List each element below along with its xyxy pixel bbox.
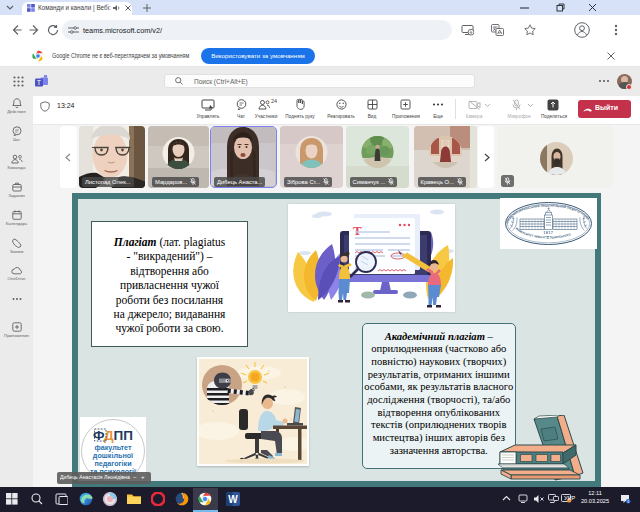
svg-text:ПІВДЕННОУКРАЇНСЬКИЙ НАЦІОНАЛЬН: ПІВДЕННОУКРАЇНСЬКИЙ НАЦІОНАЛЬНИЙ ПЕДАГОГ… bbox=[505, 203, 590, 224]
svg-text:T: T bbox=[353, 223, 362, 238]
svg-text:ОДЕСА: ОДЕСА bbox=[545, 235, 553, 237]
svg-text:T: T bbox=[37, 79, 42, 86]
svg-text:W: W bbox=[228, 494, 238, 505]
svg-text:ФДПП: ФДПП bbox=[93, 428, 133, 443]
